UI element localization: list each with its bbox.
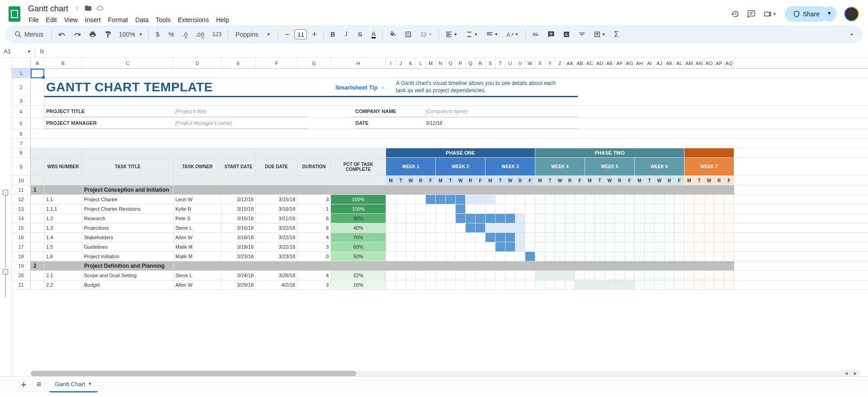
cell[interactable]: [585, 252, 595, 261]
cell[interactable]: Stakeholders: [82, 233, 174, 242]
cell[interactable]: [466, 223, 476, 232]
cell[interactable]: 1: [297, 204, 331, 213]
cell[interactable]: [525, 271, 535, 280]
more-formats-button[interactable]: 123: [209, 28, 225, 41]
cell[interactable]: [665, 252, 675, 261]
row-header[interactable]: 6: [12, 129, 31, 139]
share-dropdown[interactable]: ▼: [822, 6, 836, 22]
cell[interactable]: [446, 280, 456, 289]
cell[interactable]: [515, 242, 525, 251]
cell[interactable]: [645, 271, 655, 280]
cell[interactable]: [Project's title]: [174, 106, 308, 117]
cell[interactable]: [635, 280, 645, 289]
cell[interactable]: [331, 148, 386, 157]
cell[interactable]: [466, 271, 476, 280]
cell[interactable]: [545, 214, 555, 223]
cell[interactable]: [256, 148, 297, 157]
cell[interactable]: 3/22/18: [256, 233, 297, 242]
cell[interactable]: [31, 148, 44, 157]
cell[interactable]: [595, 271, 605, 280]
cell[interactable]: M: [436, 176, 446, 185]
cell[interactable]: [495, 204, 505, 213]
cell[interactable]: [694, 204, 704, 213]
column-header[interactable]: B: [44, 58, 82, 68]
cell[interactable]: [174, 185, 734, 194]
cell[interactable]: [535, 223, 545, 232]
star-icon[interactable]: ☆: [75, 5, 80, 13]
cell[interactable]: 3/21/18: [256, 214, 297, 223]
cell[interactable]: [714, 252, 724, 261]
cell[interactable]: [635, 252, 645, 261]
cell[interactable]: [684, 280, 694, 289]
cell[interactable]: WEEK 4: [535, 158, 585, 175]
cell[interactable]: 3: [297, 280, 331, 289]
cell[interactable]: [82, 176, 174, 185]
cell[interactable]: [476, 214, 486, 223]
cell[interactable]: 1.3: [44, 223, 82, 232]
cell[interactable]: [486, 233, 495, 242]
cell[interactable]: 3/12/18: [222, 195, 256, 204]
cell[interactable]: Project Definition and Planning: [82, 261, 174, 270]
row-header[interactable]: 15: [12, 223, 31, 233]
cell[interactable]: [714, 214, 724, 223]
menu-format[interactable]: Format: [105, 14, 131, 25]
cell[interactable]: [308, 106, 354, 117]
cell[interactable]: [655, 271, 665, 280]
font-size-input[interactable]: [294, 29, 307, 39]
select-all-corner[interactable]: [12, 58, 31, 69]
cell[interactable]: Research: [82, 214, 174, 223]
currency-button[interactable]: $: [151, 28, 164, 41]
cell[interactable]: 3/23/18: [256, 252, 297, 261]
cell[interactable]: [555, 214, 565, 223]
cell[interactable]: COMPANY NAME: [354, 106, 424, 117]
cell[interactable]: [595, 242, 605, 251]
cell[interactable]: 6: [297, 223, 331, 232]
cell[interactable]: [396, 242, 406, 251]
cell[interactable]: F: [575, 176, 585, 185]
cell[interactable]: [565, 242, 575, 251]
cell[interactable]: 3/15/18: [256, 195, 297, 204]
cell[interactable]: [406, 233, 416, 242]
cell[interactable]: [675, 233, 684, 242]
cell[interactable]: [505, 252, 515, 261]
grid-main[interactable]: ABCDEFGHIJKLMNOPQRSTUVWXYZAAABACADAEAFAG…: [31, 58, 868, 377]
cell[interactable]: T: [545, 176, 555, 185]
cell[interactable]: R: [665, 176, 675, 185]
cell[interactable]: [535, 195, 545, 204]
column-header[interactable]: I: [386, 58, 396, 68]
cell[interactable]: [575, 195, 585, 204]
scroll-right-icon[interactable]: ►: [851, 370, 860, 376]
cell[interactable]: [446, 252, 456, 261]
cell[interactable]: M: [486, 176, 495, 185]
cell[interactable]: [476, 242, 486, 251]
cell[interactable]: [426, 242, 436, 251]
menu-tools[interactable]: Tools: [153, 14, 174, 25]
cell[interactable]: [495, 223, 505, 232]
menu-insert[interactable]: Insert: [82, 14, 104, 25]
cell[interactable]: [416, 252, 426, 261]
cell[interactable]: [595, 252, 605, 261]
row-header[interactable]: 17: [12, 242, 31, 252]
cell[interactable]: [675, 242, 684, 251]
cell[interactable]: [655, 280, 665, 289]
h-align-button[interactable]: ▼: [442, 28, 461, 41]
cell[interactable]: PHASE TWO: [535, 148, 684, 157]
cell[interactable]: [595, 195, 605, 204]
cell[interactable]: [565, 204, 575, 213]
cell[interactable]: F: [675, 176, 684, 185]
bold-button[interactable]: B: [326, 28, 339, 41]
cell[interactable]: 3/15/18: [222, 214, 256, 223]
cell[interactable]: M: [535, 176, 545, 185]
italic-button[interactable]: I: [340, 28, 353, 41]
cell[interactable]: R: [615, 176, 625, 185]
cell[interactable]: [714, 223, 724, 232]
wrap-button[interactable]: ▼: [482, 28, 502, 41]
cell[interactable]: [615, 214, 625, 223]
cell[interactable]: [625, 280, 635, 289]
cell[interactable]: [645, 214, 655, 223]
cell[interactable]: WEEK 3: [486, 158, 535, 175]
cell[interactable]: [724, 204, 734, 213]
cell[interactable]: [675, 223, 684, 232]
cell[interactable]: [396, 223, 406, 232]
cell[interactable]: [31, 271, 44, 280]
